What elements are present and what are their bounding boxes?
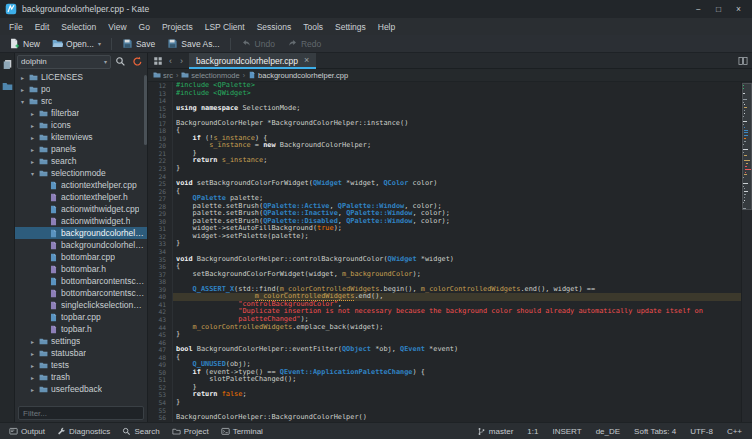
save-as-button[interactable]: Save As... xyxy=(162,37,224,50)
code-line-32[interactable]: 32 widget->setPalette(palette); xyxy=(148,233,741,241)
code-line-16[interactable]: 16 xyxy=(148,112,741,120)
code-line-17[interactable]: 17BackgroundColorHelper *BackgroundColor… xyxy=(148,120,741,128)
code-line-52[interactable]: 52 } xyxy=(148,384,741,392)
tree-item-filterbar[interactable]: ▸filterbar xyxy=(15,107,147,119)
code-line-28[interactable]: 28 palette.setBrush(QPalette::Active, QP… xyxy=(148,203,741,211)
code-line-27[interactable]: 27 QPalette palette; xyxy=(148,195,741,203)
code-line-41[interactable]: 41 "controlBackgroundColor", xyxy=(148,301,741,309)
menu-file[interactable]: File xyxy=(3,22,29,32)
tree-item-topbar-h[interactable]: topbar.h xyxy=(15,323,147,335)
code-line-56[interactable]: 56BackgroundColorHelper::BackgroundColor… xyxy=(148,414,741,422)
tree-item-bottombarcontentscontainer-h[interactable]: bottombarcontentscontainer.h xyxy=(15,287,147,299)
tree-item-backgroundcolorhelper-h[interactable]: backgroundcolorhelper.h xyxy=(15,239,147,251)
code-line-24[interactable]: 24 xyxy=(148,173,741,181)
statusbar-soft-tabs-4[interactable]: Soft Tabs: 4 xyxy=(627,427,683,436)
tab-close-icon[interactable]: × xyxy=(304,56,309,65)
tree-item-actionwithwidget-cpp[interactable]: actionwithwidget.cpp xyxy=(15,203,147,215)
save-button[interactable]: Save xyxy=(117,37,160,50)
maximize-button[interactable]: □ xyxy=(710,2,727,16)
statusbar-c[interactable]: C++ xyxy=(720,427,749,436)
code-line-21[interactable]: 21 } xyxy=(148,150,741,158)
tree-item-selectionmode[interactable]: ▾selectionmode xyxy=(15,167,147,179)
menu-tools[interactable]: Tools xyxy=(297,22,329,32)
code-line-53[interactable]: 53 return false; xyxy=(148,391,741,399)
code-line-36[interactable]: 36{ xyxy=(148,263,741,271)
quick-open-button[interactable] xyxy=(150,54,165,68)
code-line-22[interactable]: 22 return s_instance; xyxy=(148,157,741,165)
statusbar-utf-8[interactable]: UTF-8 xyxy=(683,427,720,436)
tree-item-singleclickselectionproxystyle-h[interactable]: singleclickselectionproxystyle.h xyxy=(15,299,147,311)
tree-item-bottombar-h[interactable]: bottombar.h xyxy=(15,263,147,275)
tree-item-actiontexthelper-h[interactable]: actiontexthelper.h xyxy=(15,191,147,203)
code-line-15[interactable]: 15using namespace SelectionMode; xyxy=(148,105,741,113)
code-line-31[interactable]: 31 widget->setAutoFillBackground(true); xyxy=(148,225,741,233)
code-line-25[interactable]: 25void setBackgroundColorForWidget(QWidg… xyxy=(148,180,741,188)
tree-item-statusbar[interactable]: ▸statusbar xyxy=(15,347,147,359)
menu-view[interactable]: View xyxy=(102,22,132,32)
code-line-50[interactable]: 50 if (event->type() == QEvent::Applicat… xyxy=(148,369,741,377)
nav-forward-button[interactable]: › xyxy=(176,56,187,66)
nav-back-button[interactable]: ‹ xyxy=(165,56,176,66)
statusbar-diagnostics-button[interactable]: Diagnostics xyxy=(51,423,116,439)
code-line-43[interactable]: 43 paletteChanged"); xyxy=(148,316,741,324)
project-reload-button[interactable] xyxy=(130,55,145,69)
menu-help[interactable]: Help xyxy=(372,22,401,32)
code-line-46[interactable]: 46 xyxy=(148,339,741,347)
tree-item-backgroundcolorhelper-cpp[interactable]: backgroundcolorhelper.cpp xyxy=(15,227,147,239)
tab-backgroundcolorhelper-cpp[interactable]: backgroundcolorhelper.cpp × xyxy=(189,53,316,69)
menu-selection[interactable]: Selection xyxy=(55,22,102,32)
tree-item-topbar-cpp[interactable]: topbar.cpp xyxy=(15,311,147,323)
code-line-18[interactable]: 18{ xyxy=(148,127,741,135)
code-line-12[interactable]: 12#include <QPalette> xyxy=(148,82,741,90)
code-line-54[interactable]: 54} xyxy=(148,399,741,407)
tree-item-panels[interactable]: ▸panels xyxy=(15,143,147,155)
code-line-47[interactable]: 47bool BackgroundColorHelper::eventFilte… xyxy=(148,346,741,354)
code-line-42[interactable]: 42 "Duplicate insertion is not necessary… xyxy=(148,308,741,316)
close-button[interactable]: × xyxy=(730,2,747,16)
split-view-button[interactable] xyxy=(735,54,750,68)
tree-scrollbar[interactable] xyxy=(144,75,147,145)
code-line-44[interactable]: 44 m_colorControlledWidgets.emplace_back… xyxy=(148,324,741,332)
tree-item-po[interactable]: ▸po xyxy=(15,83,147,95)
code-line-45[interactable]: 45} xyxy=(148,331,741,339)
documents-toolview-button[interactable] xyxy=(0,57,15,71)
titlebar[interactable]: backgroundcolorhelper.cpp - Kate − □ × xyxy=(0,0,752,18)
breadcrumb-item-backgroundcolorhelper-cpp[interactable]: backgroundcolorhelper.cpp xyxy=(248,71,348,80)
breadcrumb-item-selectionmode[interactable]: selectionmode xyxy=(181,71,239,80)
tree-item-settings[interactable]: ▸settings xyxy=(15,335,147,347)
code-line-29[interactable]: 29 palette.setBrush(QPalette::Inactive, … xyxy=(148,210,741,218)
open-button[interactable]: Open...▾ xyxy=(47,37,106,50)
tree-item-trash[interactable]: ▸trash xyxy=(15,371,147,383)
breadcrumb-item-src[interactable]: src xyxy=(153,71,173,80)
tree-item-actionwithwidget-h[interactable]: actionwithwidget.h xyxy=(15,215,147,227)
tree-item-tests[interactable]: ▸tests xyxy=(15,359,147,371)
code-line-30[interactable]: 30 palette.setBrush(QPalette::Disabled, … xyxy=(148,218,741,226)
code-line-35[interactable]: 35void BackgroundColorHelper::controlBac… xyxy=(148,256,741,264)
code-line-20[interactable]: 20 s_instance = new BackgroundColorHelpe… xyxy=(148,142,741,150)
menu-go[interactable]: Go xyxy=(133,22,156,32)
tree-item-bottombar-cpp[interactable]: bottombar.cpp xyxy=(15,251,147,263)
menu-settings[interactable]: Settings xyxy=(329,22,372,32)
menu-projects[interactable]: Projects xyxy=(156,22,199,32)
code-line-14[interactable]: 14 xyxy=(148,97,741,105)
tree-item-bottombarcontentscontainer-cpp[interactable]: bottombarcontentscontainer.cpp xyxy=(15,275,147,287)
minimap-viewport[interactable] xyxy=(742,83,752,210)
tree-item-licenses[interactable]: ▸LICENSES xyxy=(15,71,147,83)
statusbar-de-de[interactable]: de_DE xyxy=(589,427,627,436)
code-line-37[interactable]: 37 setBackgroundColorForWidget(widget, m… xyxy=(148,271,741,279)
code-line-40[interactable]: 40 m_colorControlledWidgets.end(), xyxy=(148,293,741,301)
menu-sessions[interactable]: Sessions xyxy=(251,22,298,32)
code-line-33[interactable]: 33} xyxy=(148,240,741,248)
code-line-49[interactable]: 49 Q_UNUSED(obj); xyxy=(148,361,741,369)
code-line-39[interactable]: 39 Q_ASSERT_X(std::find(m_colorControlle… xyxy=(148,286,741,294)
code-line-51[interactable]: 51 slotPaletteChanged(); xyxy=(148,376,741,384)
code-line-13[interactable]: 13#include <QWidget> xyxy=(148,90,741,98)
code-line-55[interactable]: 55 xyxy=(148,407,741,415)
statusbar-terminal-button[interactable]: Terminal xyxy=(215,423,269,439)
project-search-button[interactable] xyxy=(113,55,128,69)
code-view[interactable]: 12#include <QPalette>13#include <QWidget… xyxy=(148,82,752,422)
code-line-38[interactable]: 38 xyxy=(148,278,741,286)
statusbar-search-button[interactable]: Search xyxy=(116,423,165,439)
statusbar-1-1[interactable]: 1:1 xyxy=(520,427,545,436)
statusbar-output-button[interactable]: Output xyxy=(3,423,51,439)
